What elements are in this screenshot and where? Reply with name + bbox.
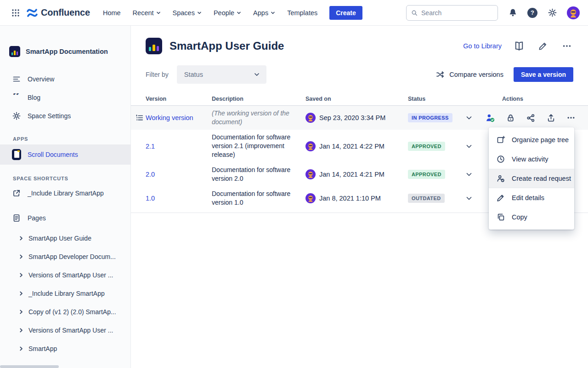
menu-item-organize-page-tree[interactable]: Organize page tree: [489, 130, 574, 150]
page-title: SmartApp User Guide: [170, 40, 284, 52]
version-link[interactable]: 1.0: [146, 195, 155, 202]
compare-versions-button[interactable]: Compare versions: [435, 70, 503, 79]
version-description: Documentation for software version 2.0: [212, 166, 305, 183]
version-link[interactable]: Working version: [146, 114, 193, 121]
space-sidebar: SmartApp Documentation Overview ” Blog S…: [0, 26, 131, 368]
status-badge: OUTDATED: [408, 194, 445, 203]
save-a-version-button[interactable]: Save a version: [514, 67, 573, 82]
tree-item-smartapp-user-guide[interactable]: SmartApp User Guide: [0, 229, 130, 247]
export-icon[interactable]: [545, 112, 556, 123]
chevron-right-icon[interactable]: [18, 309, 24, 315]
brand-name: Confluence: [41, 7, 90, 18]
clock-icon: [496, 155, 505, 164]
main-content: SmartApp User Guide Go to Library: [131, 26, 588, 368]
row-more-actions-icon[interactable]: [565, 112, 577, 123]
menu-item-create-read-request[interactable]: Create read request: [489, 169, 574, 188]
filter-by-label: Filter by: [146, 71, 169, 78]
app-switcher-icon[interactable]: [8, 6, 23, 20]
version-link[interactable]: 2.0: [146, 171, 155, 178]
document-avatar-icon: [146, 38, 162, 54]
more-actions-icon[interactable]: [560, 40, 573, 52]
confluence-logo[interactable]: Confluence: [27, 7, 90, 18]
search-input[interactable]: [421, 9, 493, 17]
tree-item-smartapp-developer-doc[interactable]: SmartApp Developer Docum...: [0, 247, 130, 266]
go-to-library-link[interactable]: Go to Library: [463, 42, 502, 50]
overview-icon: [12, 75, 21, 84]
tree-item-versions-1[interactable]: Versions of SmartApp User ...: [0, 266, 130, 284]
chevron-right-icon[interactable]: [18, 254, 24, 259]
edit-icon[interactable]: [537, 40, 549, 52]
sidebar-item-scroll-documents[interactable]: Scroll Documents: [0, 144, 130, 165]
search-box[interactable]: [406, 5, 498, 21]
chevron-right-icon[interactable]: [18, 272, 24, 278]
table-row-working-version[interactable]: Working version (The working version of …: [131, 106, 588, 130]
col-description: Description: [212, 96, 305, 102]
menu-item-view-activity[interactable]: View activity: [489, 150, 574, 169]
settings-icon[interactable]: [547, 7, 558, 18]
pencil-icon: [496, 193, 505, 202]
help-icon[interactable]: ?: [527, 8, 537, 18]
copy-icon: [496, 213, 505, 222]
space-name: SmartApp Documentation: [26, 48, 108, 55]
working-version-icon: [136, 114, 146, 122]
organize-page-tree-icon: [496, 135, 505, 144]
menu-item-edit-details[interactable]: Edit details: [489, 188, 574, 207]
saved-on-date: Sep 23, 2020 3:34 PM: [319, 114, 385, 121]
tree-item-smartapp[interactable]: SmartApp: [0, 339, 130, 358]
sidebar-item-blog[interactable]: ” Blog: [0, 88, 130, 107]
expand-row-icon[interactable]: [460, 195, 478, 202]
horizontal-scrollbar[interactable]: [0, 365, 59, 368]
blog-quote-icon: ”: [12, 93, 21, 102]
version-link[interactable]: 2.1: [146, 143, 155, 150]
col-version: Version: [146, 96, 212, 102]
expand-row-icon[interactable]: [460, 143, 478, 150]
chevron-right-icon[interactable]: [18, 328, 24, 333]
user-avatar[interactable]: [567, 6, 580, 19]
tree-item-copy-of[interactable]: Copy of (v1 2) (2.0) SmartAp...: [0, 303, 130, 321]
status-filter-dropdown[interactable]: Status: [177, 65, 266, 84]
version-description: Documentation for software version 2.1 (…: [212, 133, 305, 159]
nav-recent[interactable]: Recent: [128, 6, 165, 19]
sidebar-item-overview[interactable]: Overview: [0, 70, 130, 88]
chevron-down-icon: [237, 11, 241, 15]
read-confirmation-icon[interactable]: [485, 112, 496, 123]
expand-row-icon[interactable]: [460, 171, 478, 178]
nav-home[interactable]: Home: [98, 6, 125, 19]
nav-templates[interactable]: Templates: [283, 6, 322, 19]
page-tree: SmartApp User Guide SmartApp Developer D…: [0, 229, 130, 358]
primary-nav: Home Recent Spaces People Apps Templates: [98, 6, 322, 19]
sidebar-shortcut-include-library[interactable]: _Include Library SmartApp: [0, 184, 130, 202]
sidebar-item-pages[interactable]: Pages: [0, 209, 130, 227]
chevron-right-icon[interactable]: [18, 346, 24, 351]
apps-heading: APPS: [0, 136, 130, 142]
row-actions-menu: Organize page tree View activity: [489, 127, 574, 230]
menu-item-copy[interactable]: Copy: [489, 207, 574, 227]
space-header[interactable]: SmartApp Documentation: [0, 46, 130, 57]
create-button[interactable]: Create: [329, 6, 362, 20]
nav-spaces[interactable]: Spaces: [168, 6, 206, 19]
saved-on-date: Jan 14, 2021 4:21 PM: [319, 171, 384, 178]
saved-on-date: Jan 14, 2021 4:22 PM: [319, 143, 384, 150]
status-badge: IN PROGRESS: [408, 113, 452, 122]
expand-row-icon[interactable]: [460, 114, 478, 121]
chevron-down-icon: [156, 11, 161, 15]
chevron-right-icon[interactable]: [18, 236, 24, 241]
col-actions: Actions: [478, 96, 588, 102]
tree-item-versions-2[interactable]: Versions of SmartApp User ...: [0, 321, 130, 339]
read-request-icon: [496, 174, 505, 183]
share-icon[interactable]: [525, 112, 536, 123]
notifications-icon[interactable]: [507, 7, 518, 18]
external-link-icon: [12, 189, 21, 198]
chevron-right-icon[interactable]: [18, 291, 24, 296]
library-book-icon[interactable]: [513, 40, 526, 52]
avatar: [305, 141, 316, 151]
nav-people[interactable]: People: [209, 6, 246, 19]
avatar: [305, 193, 316, 203]
nav-apps[interactable]: Apps: [249, 6, 280, 19]
tree-item-include-library[interactable]: _Include Library SmartApp: [0, 284, 130, 303]
gear-icon: [12, 111, 21, 121]
sidebar-item-space-settings[interactable]: Space Settings: [0, 107, 130, 125]
space-shortcuts-heading: SPACE SHORTCUTS: [0, 176, 130, 181]
chevron-down-icon: [254, 71, 260, 78]
lock-icon[interactable]: [505, 112, 516, 123]
